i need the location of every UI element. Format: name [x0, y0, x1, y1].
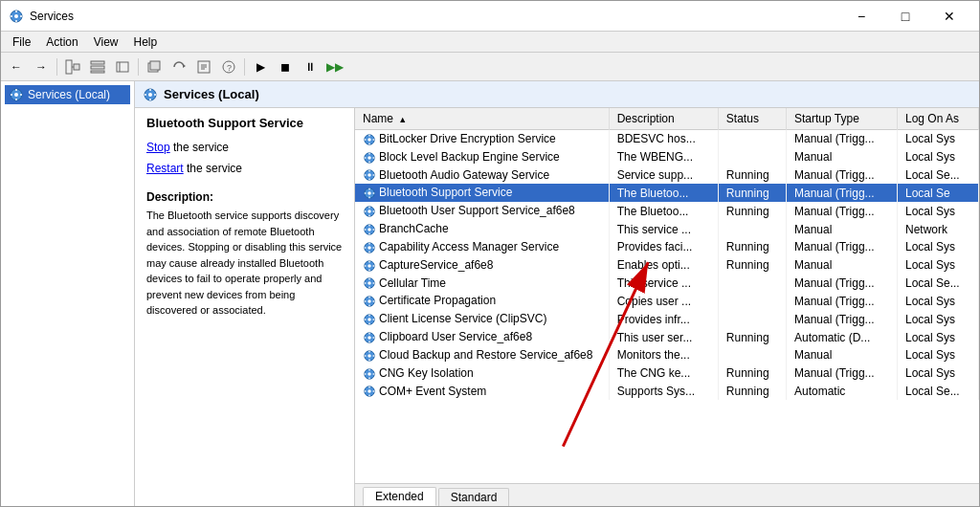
col-startup[interactable]: Startup Type [787, 108, 898, 130]
service-startup-cell: Automatic [787, 383, 898, 401]
nav-tree: Services (Local) [1, 81, 135, 506]
col-name[interactable]: Name ▲ [355, 108, 609, 130]
service-logon-cell: Local Sys [897, 292, 978, 310]
table-row[interactable]: Bluetooth Audio Gateway ServiceService s… [355, 166, 979, 185]
close-button[interactable]: ✕ [927, 1, 971, 32]
service-logon-cell: Local Se... [897, 166, 978, 185]
svg-point-90 [368, 300, 371, 304]
play-button[interactable]: ▶ [249, 55, 272, 78]
table-row[interactable]: Cloud Backup and Restore Service_af6e8Mo… [355, 346, 979, 364]
svg-point-114 [368, 372, 371, 376]
table-row[interactable]: BranchCacheThis service ...ManualNetwork [355, 220, 979, 238]
service-status-cell [718, 292, 786, 310]
service-desc-cell: Provides infr... [609, 310, 718, 328]
svg-point-72 [368, 246, 371, 250]
new-window-button[interactable] [143, 55, 166, 78]
table-row[interactable]: Certificate PropagationCopies user ...Ma… [355, 292, 979, 310]
col-logon[interactable]: Log On As [897, 108, 978, 130]
table-row[interactable]: CNG Key IsolationThe CNG ke...RunningMan… [355, 364, 979, 383]
menu-action[interactable]: Action [38, 33, 85, 51]
table-row[interactable]: Cellular TimeThis service ...Manual (Tri… [355, 275, 979, 293]
service-logon-cell: Local Sys [897, 130, 978, 148]
table-row[interactable]: Block Level Backup Engine ServiceThe WBE… [355, 148, 979, 166]
table-row[interactable]: Client License Service (ClipSVC)Provides… [355, 310, 979, 328]
help-button[interactable]: ? [217, 55, 240, 78]
svg-point-84 [368, 282, 371, 286]
service-logon-cell: Local Sys [897, 364, 978, 383]
table-header: Name ▲ Description Status Startup Type L… [355, 108, 979, 130]
col-description[interactable]: Description [609, 108, 718, 130]
minimize-button[interactable]: − [839, 1, 883, 32]
svg-point-48 [368, 174, 371, 178]
menu-file[interactable]: File [5, 33, 38, 51]
service-logon-cell: Local Sys [897, 238, 978, 256]
sort-arrow-name: ▲ [398, 115, 407, 124]
service-name-cell: Clipboard User Service_af6e8 [355, 328, 609, 346]
table-row[interactable]: Bluetooth Support ServiceThe Bluetoo...R… [355, 184, 979, 202]
service-logon-cell: Local Sys [897, 202, 978, 220]
service-startup-cell: Manual (Trigg... [787, 184, 898, 202]
service-logon-cell: Local Sys [897, 310, 978, 328]
show-tree-button[interactable] [61, 55, 84, 78]
show-action-button[interactable] [111, 55, 134, 78]
service-status-cell: Running [718, 328, 786, 346]
refresh-button[interactable] [167, 55, 190, 78]
service-name-cell: Bluetooth User Support Service_af6e8 [355, 202, 609, 220]
table-row[interactable]: Capability Access Manager ServiceProvide… [355, 238, 979, 256]
right-pane: Name ▲ Description Status Startup Type L… [355, 108, 979, 506]
table-row[interactable]: BitLocker Drive Encryption ServiceBDESVC… [355, 130, 979, 148]
svg-rect-12 [117, 62, 128, 72]
menu-view[interactable]: View [86, 33, 126, 51]
stop-button[interactable]: ◼ [274, 55, 297, 78]
service-name-cell: Cellular Time [355, 275, 609, 293]
service-name-cell: CaptureService_af6e8 [355, 256, 609, 275]
service-status-cell [718, 310, 786, 328]
svg-point-66 [368, 228, 371, 231]
service-desc-cell: This user ser... [609, 328, 718, 346]
menu-help[interactable]: Help [126, 33, 166, 51]
nav-tree-item-services-local[interactable]: Services (Local) [5, 85, 130, 104]
svg-point-102 [368, 336, 371, 340]
title-bar-left: Services [9, 9, 74, 24]
service-startup-cell: Manual (Trigg... [787, 310, 898, 328]
tab-standard[interactable]: Standard [438, 488, 510, 506]
show-scope-button[interactable] [86, 55, 109, 78]
table-row[interactable]: Clipboard User Service_af6e8This user se… [355, 328, 979, 346]
resume-button[interactable]: ▶▶ [323, 55, 346, 78]
service-desc-cell: Copies user ... [609, 292, 718, 310]
nav-tree-label: Services (Local) [28, 88, 110, 101]
pause-button[interactable]: ⏸ [299, 55, 322, 78]
service-startup-cell: Manual [787, 148, 898, 166]
table-row[interactable]: Bluetooth User Support Service_af6e8The … [355, 202, 979, 220]
svg-point-1 [14, 14, 18, 18]
stop-link[interactable]: Stop [146, 141, 170, 154]
service-logon-cell: Local Se [897, 184, 978, 202]
service-status-cell [718, 148, 786, 166]
export-button[interactable] [192, 55, 215, 78]
service-startup-cell: Manual [787, 256, 898, 275]
content-area: Services (Local) Bluetooth Support Servi… [135, 81, 979, 506]
forward-button[interactable]: → [30, 55, 53, 78]
restart-link[interactable]: Restart [146, 162, 184, 175]
table-row[interactable]: COM+ Event SystemSupports Sys...RunningA… [355, 383, 979, 401]
table-row[interactable]: CaptureService_af6e8Enables opti...Runni… [355, 256, 979, 275]
content-header-title: Services (Local) [164, 87, 259, 101]
tab-extended[interactable]: Extended [363, 487, 436, 506]
description-label: Description: [146, 190, 343, 204]
service-name-cell: Block Level Backup Engine Service [355, 148, 609, 166]
back-button[interactable]: ← [5, 55, 28, 78]
service-startup-cell: Manual (Trigg... [787, 275, 898, 293]
service-status-cell: Running [718, 383, 786, 401]
svg-point-30 [148, 93, 152, 97]
service-status-cell: Running [718, 256, 786, 275]
service-name-cell: Capability Access Manager Service [355, 238, 609, 256]
service-status-cell [718, 275, 786, 293]
service-name-cell: BitLocker Drive Encryption Service [355, 130, 609, 148]
services-list: Name ▲ Description Status Startup Type L… [355, 108, 979, 400]
service-logon-cell: Local Sys [897, 148, 978, 166]
col-status[interactable]: Status [718, 108, 786, 130]
maximize-button[interactable]: □ [883, 1, 927, 32]
service-name-cell: CNG Key Isolation [355, 364, 609, 383]
svg-point-96 [368, 318, 371, 321]
svg-point-24 [14, 93, 18, 97]
